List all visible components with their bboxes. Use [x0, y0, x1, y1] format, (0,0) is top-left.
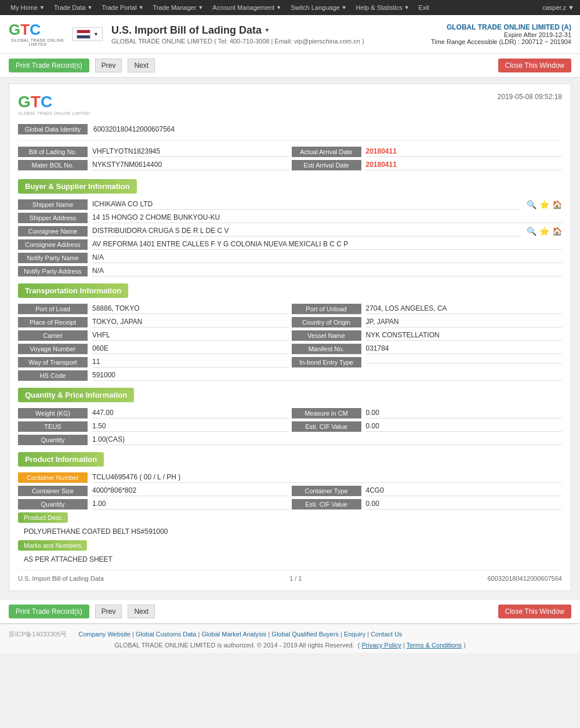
nav-trade-portal[interactable]: Trade Portal ▼: [97, 0, 148, 15]
header-subtitle: GLOBAL TRADE ONLINE LIMITED ( Tel: 400-7…: [111, 38, 431, 45]
quantity-qp-value: 1.00(CAS): [92, 435, 562, 445]
card-footer-center: 1 / 1: [289, 575, 302, 582]
actual-arrival-label: Actual Arrival Date: [292, 147, 361, 157]
top-navigation: My Home ▼ Trade Data ▼ Trade Portal ▼ Tr…: [0, 0, 580, 15]
product-desc-button[interactable]: Product Desc: [18, 512, 68, 523]
place-of-receipt-field: Place of Receipt TOKYO, JAPAN: [18, 317, 289, 327]
chevron-icon: ▼: [342, 5, 347, 10]
global-data-identity-value: 600320180412000607564: [93, 125, 175, 133]
close-button-bottom[interactable]: Close This Window: [498, 605, 571, 618]
country-origin-label: Country of Origin: [292, 317, 361, 327]
search-icon[interactable]: 🔍: [526, 199, 536, 210]
user-name: casper.z: [542, 4, 566, 11]
marks-text: AS PER ATTACHED SHEET: [18, 554, 562, 565]
bol-row: Bill of Lading No. VHFLTYOTN1823945 Actu…: [18, 147, 562, 157]
flag-selector[interactable]: ▼: [72, 27, 103, 41]
teus-field: TEUS 1.50: [18, 421, 289, 432]
port-load-value: 58886, TOKYO: [92, 304, 289, 314]
footer-enquiry[interactable]: Enquiry: [344, 631, 365, 638]
nav-help-statistics[interactable]: Help & Statistics ▼: [351, 0, 414, 15]
user-chevron-icon: ▼: [568, 4, 574, 11]
footer-global-buyers[interactable]: Global Qualified Buyers: [271, 631, 339, 638]
consignee-address-value: AV REFORMA 1401 ENTRE CALLES F Y G COLON…: [92, 240, 562, 250]
teus-label: TEUS: [18, 421, 88, 432]
prev-button-bottom[interactable]: Prev: [95, 605, 122, 618]
star-icon[interactable]: ⭐: [539, 199, 549, 210]
voyage-field: Voyage Number 060E: [18, 344, 289, 354]
teus-value: 1.50: [92, 422, 289, 432]
company-logo: GTC GLOBAL TRADE ONLINE LIMITED: [9, 20, 67, 49]
copyright-text: GLOBAL TRADE ONLINE LIMITED is authorize…: [9, 642, 571, 649]
chevron-icon: ▼: [39, 5, 45, 10]
product-desc-text: POLYURETHANE COATED BELT HS#591000: [18, 526, 562, 537]
way-transport-value: 11: [92, 358, 289, 367]
us-flag-icon: [77, 30, 90, 39]
product-quantity-field: Quantity 1.00: [18, 499, 289, 509]
card-footer-right: 600320180412000607564: [488, 575, 562, 582]
footer-contact[interactable]: Contact Us: [371, 631, 402, 638]
page-title: U.S. Import Bill of Lading Data ▼: [111, 24, 431, 37]
nav-my-home[interactable]: My Home ▼: [6, 0, 49, 15]
transportation-title: Transportation Information: [18, 283, 128, 298]
search-icon[interactable]: 🔍: [526, 226, 536, 236]
nav-trade-manager[interactable]: Trade Manager ▼: [148, 0, 208, 15]
vessel-name-label: Vessel Name: [292, 330, 361, 341]
star-icon[interactable]: ⭐: [539, 226, 549, 236]
nav-switch-language[interactable]: Switch Language ▼: [286, 0, 351, 15]
port-load-field: Port of Load 58886, TOKYO: [18, 304, 289, 314]
consignee-actions: 🔍 ⭐ 🏠: [526, 226, 562, 236]
print-button-top[interactable]: Print Trade Record(s): [9, 59, 89, 72]
esti-arrival-label: Esti Arrival Date: [292, 160, 361, 170]
notify-party-address-row: Notify Party Address N/A: [18, 266, 562, 276]
voyage-manifest-row: Voyage Number 060E Manifest No. 031784: [18, 344, 562, 354]
global-data-identity-label: Global Data Identity: [18, 124, 88, 134]
bol-field: Bill of Lading No. VHFLTYOTN1823945: [18, 147, 289, 157]
print-button-bottom[interactable]: Print Trade Record(s): [9, 605, 89, 618]
prev-button-top[interactable]: Prev: [95, 59, 122, 72]
next-button-bottom[interactable]: Next: [128, 605, 155, 618]
weight-label: Weight (KG): [18, 408, 88, 418]
measure-cm-label: Measure in CM: [292, 408, 361, 418]
mbol-field: Mater BOL No. NYKSTY7NM0614400: [18, 160, 289, 170]
way-of-transport-field: Way of Transport 11: [18, 357, 289, 367]
privacy-policy-link[interactable]: Privacy Policy: [361, 642, 401, 649]
title-chevron-icon: ▼: [264, 27, 270, 33]
close-button-top[interactable]: Close This Window: [498, 59, 571, 72]
vessel-name-value: NYK CONSTELLATION: [366, 331, 563, 341]
product-section: Product Information Container Number TCL…: [18, 452, 562, 565]
transportation-section: Transportation Information Port of Load …: [18, 283, 562, 381]
footer-company-website[interactable]: Company Website: [78, 631, 130, 638]
shipper-actions: 🔍 ⭐ 🏠: [526, 199, 562, 210]
record-timestamp: 2019-05-08 09:52:18: [498, 93, 562, 101]
footer-global-market[interactable]: Global Market Analysis: [201, 631, 266, 638]
range-info: Time Range Accessible (LDR) : 200712 ~ 2…: [431, 38, 571, 45]
site-footer: 苏ICP备14033305号 Company Website | Global …: [0, 624, 580, 653]
manifest-field: Manifest No. 031784: [292, 344, 563, 354]
next-button-top[interactable]: Next: [128, 59, 155, 72]
port-unload-field: Port of Unload 2704, LOS ANGELES, CA: [292, 304, 563, 314]
container-number-value: TCLU4695476 ( 00 / L / PH ): [92, 473, 562, 483]
hs-code-row: HS Code 591000: [18, 370, 562, 381]
notify-party-name-row: Notify Party Name N/A: [18, 253, 562, 263]
weight-measure-row: Weight (KG) 447.00 Measure in CM 0.00: [18, 408, 562, 418]
global-data-identity-row: Global Data Identity 6003201804120006075…: [18, 124, 562, 141]
nav-account-management[interactable]: Account Management ▼: [208, 0, 286, 15]
company-link[interactable]: GLOBAL TRADE ONLINE LIMITED (A): [431, 23, 571, 31]
footer-global-customs[interactable]: Global Customs Data: [136, 631, 197, 638]
container-size-value: 4000*806*802: [92, 486, 289, 496]
container-size-type-row: Container Size 4000*806*802 Container Ty…: [18, 486, 562, 496]
home-icon[interactable]: 🏠: [552, 199, 562, 210]
home-icon[interactable]: 🏠: [552, 226, 562, 236]
terms-link[interactable]: Terms & Conditions: [407, 642, 462, 649]
nav-trade-data[interactable]: Trade Data ▼: [49, 0, 97, 15]
esti-arrival-value: 20180411: [366, 161, 563, 170]
notify-party-name-value: N/A: [92, 253, 562, 263]
marks-button[interactable]: Marks and Numbers: [18, 540, 87, 551]
nav-exit[interactable]: Exit: [414, 0, 434, 15]
record-card: GTC GLOBAL TRADE ONLINE LIMITED 2019-05-…: [9, 83, 571, 591]
in-bond-value: [366, 362, 563, 363]
hs-code-label: HS Code: [18, 370, 88, 381]
chevron-icon: ▼: [404, 5, 409, 10]
carrier-field: Carrier VHFL: [18, 330, 289, 341]
weight-field: Weight (KG) 447.00: [18, 408, 289, 418]
